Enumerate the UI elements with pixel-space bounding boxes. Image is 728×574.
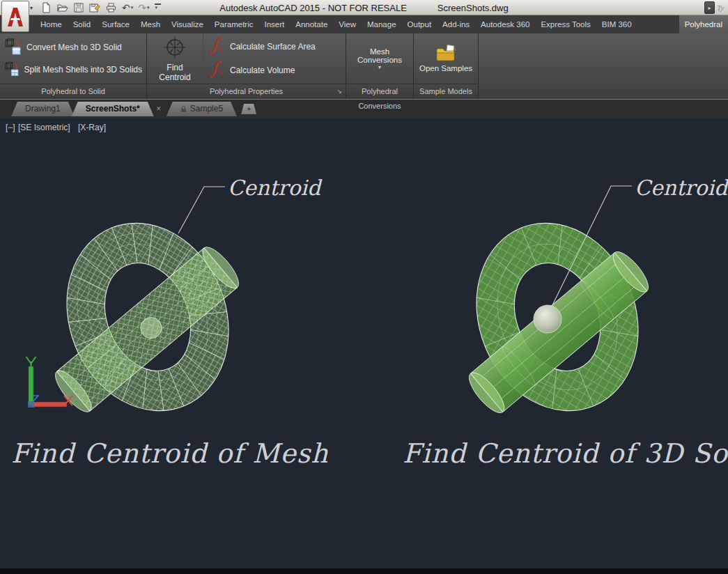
autocad-window: ▾ (0, 0, 728, 574)
new-drawing-tab-button[interactable]: + (241, 104, 256, 114)
viewport-visual-style-control[interactable]: [X-Ray] (78, 123, 106, 132)
printer-icon (105, 2, 117, 13)
close-tab-icon[interactable]: × (153, 102, 165, 116)
split-mesh-icon (4, 61, 20, 79)
ribbon-tab-visualize[interactable]: Visualize (166, 15, 209, 33)
ribbon-tab-polyhedral[interactable]: Polyhedral (679, 15, 728, 33)
ribbon-item-label: Open Samples (419, 64, 472, 72)
ribbon-empty-area (478, 33, 728, 99)
ucs-origin (28, 401, 34, 408)
ribbon-tab-view[interactable]: View (333, 15, 362, 33)
ribbon-tab-mesh[interactable]: Mesh (135, 15, 166, 33)
convert-mesh-icon (4, 38, 22, 56)
autocad-logo-button[interactable] (1, 1, 29, 32)
viewport-minimize-control[interactable]: [−] (6, 123, 15, 132)
centroid-label: Centroid (228, 176, 323, 200)
ribbon-tab-express-tools[interactable]: Express Tools (535, 15, 596, 33)
ribbon-tab-annotate[interactable]: Annotate (290, 15, 333, 33)
panel-dialog-launcher-icon[interactable]: ↘ (336, 84, 342, 99)
viewport[interactable]: [−] [SE Isometric] [X-Ray] (0, 118, 728, 574)
canvas-bottom-edge (0, 568, 728, 574)
mesh-conversions-dropdown[interactable]: Mesh Conversions ▾ (346, 33, 413, 84)
caption-mesh[interactable]: Find Centroid of Mesh (11, 438, 329, 469)
ribbon-item-label: Calculate Surface Area (230, 42, 316, 52)
integral-volume-icon: ∫v (206, 62, 226, 79)
undo-dropdown-caret: ▾ (131, 5, 134, 10)
find-centroid-button[interactable]: Find Centroid (147, 33, 203, 84)
undo-icon: ↶ (122, 3, 130, 13)
save-as-button[interactable] (88, 1, 102, 15)
autocad-a-icon (5, 5, 26, 29)
open-samples-button[interactable]: Open Samples (414, 33, 478, 84)
customize-bar-icon (155, 3, 161, 5)
infocenter-search-text[interactable]: Ty (717, 3, 727, 12)
ucs-y-axis (29, 366, 33, 405)
ribbon-tab-addins[interactable]: Add-ins (437, 15, 475, 33)
find-centroid-icon (162, 36, 187, 61)
split-mesh-shells-button[interactable]: Split Mesh Shells into 3D Solids (1, 59, 145, 80)
logo-dropdown-caret[interactable]: ▾ (30, 5, 33, 11)
drawing-tab-screenshots[interactable]: ScreenShots* (72, 102, 154, 116)
app-title: Autodesk AutoCAD 2015 - NOT FOR RESALE (219, 3, 407, 13)
save-button[interactable] (72, 1, 86, 15)
viewport-view-control[interactable]: [SE Isometric] (18, 123, 70, 132)
drawing-canvas[interactable]: [−] [SE Isometric] [X-Ray] (0, 118, 728, 574)
dropdown-caret-icon: ▾ (378, 65, 381, 70)
open-samples-folder-icon (435, 45, 456, 63)
ribbon-item-label: Calculate Volume (230, 65, 295, 75)
infocenter-search: ▸ Ty (704, 1, 727, 14)
plot-button[interactable] (104, 1, 118, 15)
solid-model[interactable] (449, 199, 665, 435)
panel-polyhedral-conversions: Mesh Conversions ▾ Polyhedral Conversion… (346, 33, 413, 99)
convert-mesh-to-3d-solid-button[interactable]: Convert Mesh to 3D Solid (1, 37, 145, 58)
undo-button[interactable]: ↶ ▾ (121, 1, 134, 15)
panel-label-polyhedral-properties[interactable]: Polyhedral Properties ↘ (147, 84, 346, 99)
new-file-button[interactable] (39, 1, 53, 15)
ribbon-tab-insert[interactable]: Insert (258, 15, 290, 33)
ribbon-item-label: Convert Mesh to 3D Solid (26, 42, 122, 52)
new-file-icon (40, 2, 52, 13)
calculate-volume-button[interactable]: ∫v Calculate Volume (203, 60, 346, 81)
ribbon-tab-home[interactable]: Home (35, 15, 68, 33)
panel-label-polyhedral-to-solid[interactable]: Polyhedral to Solid (0, 84, 146, 99)
caption-solid[interactable]: Find Centroid of 3D Solid (403, 438, 728, 469)
panel-label-polyhedral-conversions[interactable]: Polyhedral Conversions (346, 84, 413, 99)
redo-icon: ↷ (138, 3, 146, 13)
ribbon-item-label: Split Mesh Shells into 3D Solids (24, 65, 142, 75)
centroid-sphere[interactable] (534, 305, 562, 333)
customize-caret-icon: ▾ (155, 5, 158, 10)
ribbon-tab-autodesk360[interactable]: Autodesk 360 (475, 15, 535, 33)
ribbon-tab-bim360[interactable]: BIM 360 (596, 15, 637, 33)
redo-button[interactable]: ↷ ▾ (137, 1, 150, 15)
quick-access-toolbar: ↶ ▾ ↷ ▾ ▾ (39, 0, 159, 15)
ribbon-item-label: Find Centroid (151, 63, 199, 82)
redo-dropdown-caret: ▾ (147, 5, 150, 10)
ribbon-tab-bar: Home Solid Surface Mesh Visualize Parame… (0, 15, 728, 33)
ribbon-tab-output[interactable]: Output (402, 15, 437, 33)
ucs-y-label (26, 357, 36, 366)
save-as-icon (89, 2, 100, 13)
centroid-label: Centroid (635, 176, 728, 200)
ribbon: Convert Mesh to 3D Solid Split Mesh Shel… (0, 33, 728, 100)
integral-area-icon: ∫s (206, 38, 226, 56)
customize-toolbar-button[interactable]: ▾ (153, 1, 160, 15)
calculate-surface-area-button[interactable]: ∫s Calculate Surface Area (203, 36, 346, 57)
open-folder-icon (56, 2, 68, 13)
ribbon-tab-manage[interactable]: Manage (362, 15, 402, 33)
lock-icon (180, 105, 187, 113)
ribbon-tab-solid[interactable]: Solid (68, 15, 97, 33)
centroid-annotation-left[interactable]: Centroid (178, 176, 323, 233)
ribbon-tab-parametric[interactable]: Parametric (209, 15, 259, 33)
open-file-button[interactable] (55, 1, 70, 15)
title-bar: ▾ (0, 0, 728, 15)
centroid-leader-line (178, 187, 225, 233)
panel-sample-models: Open Samples Sample Models (413, 33, 478, 99)
mesh-model[interactable] (39, 199, 256, 435)
document-name: ScreenShots.dwg (437, 3, 509, 13)
panel-label-sample-models[interactable]: Sample Models (414, 84, 478, 99)
infocenter-arrow-icon[interactable]: ▸ (704, 1, 715, 14)
ribbon-item-label: Mesh Conversions (350, 47, 409, 64)
drawing-tab-drawing1[interactable]: Drawing1 (11, 102, 75, 116)
ribbon-tab-surface[interactable]: Surface (96, 15, 135, 33)
drawing-tab-sample5[interactable]: Sample5 (166, 102, 237, 116)
